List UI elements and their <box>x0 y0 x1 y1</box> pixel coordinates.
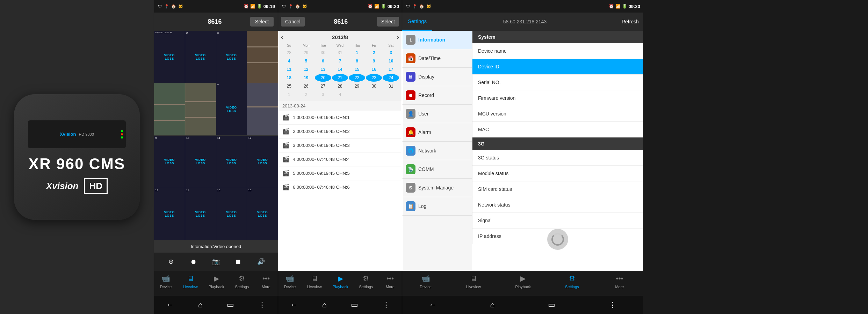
cal-day-jul29[interactable]: 29 <box>298 49 314 57</box>
cal-day-10[interactable]: 10 <box>383 57 399 65</box>
camera-cell-14[interactable]: 14 VIDEOLOSS <box>185 188 216 240</box>
cal-day-7[interactable]: 7 <box>332 57 348 65</box>
camera-cell-12[interactable]: 12 VIDEOLOSS <box>247 136 278 188</box>
menu-item-user[interactable]: 👤 User <box>402 105 472 123</box>
camera-cell-4[interactable]: 4 <box>247 31 278 83</box>
nav-settings-4[interactable]: ⚙ Settings <box>565 274 579 289</box>
nav-liveview-4[interactable]: 🖥 Liveview <box>466 274 481 289</box>
liveview-select-btn[interactable]: Select <box>250 17 274 27</box>
cal-day-16[interactable]: 16 <box>366 66 382 73</box>
cal-day-28[interactable]: 28 <box>332 82 348 90</box>
nav-device-4[interactable]: 📹 Device <box>419 274 432 289</box>
menu-item-comm[interactable]: 📡 COMM <box>402 160 472 179</box>
menu-btn-2[interactable]: ⋮ <box>258 300 266 309</box>
menu-item-datetime[interactable]: 📅 Date/Time <box>402 49 472 68</box>
nav-playback-4[interactable]: ▶ Playback <box>515 274 531 289</box>
nav-more-2[interactable]: ••• More <box>260 274 272 289</box>
cal-day-26[interactable]: 26 <box>298 82 314 90</box>
menu-item-information[interactable]: ℹ Information <box>402 31 472 49</box>
dropdown-serial-no[interactable]: Serial NO. <box>472 75 643 90</box>
nav-playback-3[interactable]: ▶ Playback <box>333 274 348 289</box>
cal-day-12[interactable]: 12 <box>298 66 314 73</box>
home-btn-3[interactable]: ⌂ <box>322 300 326 309</box>
audio-btn[interactable]: 🔊 <box>255 255 267 268</box>
dropdown-sim-card[interactable]: SIM card status <box>472 181 643 197</box>
camera-cell-16[interactable]: 16 VIDEOLOSS <box>247 188 278 240</box>
dropdown-device-id[interactable]: Device ID <box>472 59 643 75</box>
playback-select-btn[interactable]: Select <box>377 17 399 27</box>
menu-item-alarm[interactable]: 🔔 Alarm <box>402 123 472 142</box>
cal-day-sep2[interactable]: 2 <box>298 91 314 98</box>
dropdown-network-status[interactable]: Network status <box>472 197 643 213</box>
camera-cell-8[interactable]: 8 <box>247 83 278 135</box>
ptz-btn[interactable]: ⊕ <box>165 255 177 268</box>
nav-liveview-3[interactable]: 🖥 Liveview <box>307 274 322 289</box>
cal-day-19[interactable]: 19 <box>298 74 314 82</box>
nav-settings-3[interactable]: ⚙ Settings <box>359 274 373 289</box>
rec-item-6[interactable]: 🎬 6 00:00:00- 07:46:48 CHN:6 <box>278 180 402 194</box>
nav-settings-2[interactable]: ⚙ Settings <box>235 274 249 289</box>
dropdown-device-name[interactable]: Device name <box>472 43 643 59</box>
nav-playback-2[interactable]: ▶ Playback <box>209 274 224 289</box>
stop-btn[interactable]: ⏹ <box>232 255 245 268</box>
snapshot-btn[interactable]: 📷 <box>210 255 222 268</box>
cal-day-sep1[interactable]: 1 <box>281 91 297 98</box>
camera-cell-7[interactable]: 7 VIDEOLOSS <box>216 83 247 135</box>
camera-cell-10[interactable]: 10 VIDEOLOSS <box>185 136 216 188</box>
menu-item-log[interactable]: 📋 Log <box>402 197 472 216</box>
cal-day-14[interactable]: 14 <box>332 66 348 73</box>
nav-more-4[interactable]: ••• More <box>613 274 626 289</box>
dropdown-firmware[interactable]: Firmware version <box>472 90 643 106</box>
menu-item-sysmanage[interactable]: ⚙ System Manage <box>402 179 472 197</box>
rec-item-5[interactable]: 🎬 5 00:00:00- 09:19:45 CHN:5 <box>278 166 402 180</box>
camera-cell-5[interactable]: 5 <box>154 83 185 135</box>
cal-day-25[interactable]: 25 <box>281 82 297 90</box>
cal-day-18[interactable]: 18 <box>281 74 297 82</box>
cal-day-6[interactable]: 6 <box>315 57 331 65</box>
camera-cell-15[interactable]: 15 VIDEOLOSS <box>216 188 247 240</box>
camera-cell-2[interactable]: 2 VIDEOLOSS <box>185 31 216 83</box>
back-btn-4[interactable]: ← <box>429 300 436 309</box>
back-btn-3[interactable]: ← <box>290 300 298 309</box>
cal-day-27[interactable]: 27 <box>315 82 331 90</box>
settings-tab[interactable]: Settings <box>402 13 432 31</box>
prev-month-btn[interactable]: ‹ <box>281 33 283 41</box>
home-btn-4[interactable]: ⌂ <box>490 300 494 309</box>
rec-item-4[interactable]: 🎬 4 00:00:00- 07:46:48 CHN:4 <box>278 152 402 166</box>
cal-day-1[interactable]: 1 <box>349 49 365 57</box>
cal-day-21[interactable]: 21 <box>332 74 348 82</box>
cal-day-sep4[interactable]: 4 <box>332 91 348 98</box>
home-btn-2[interactable]: ⌂ <box>198 300 202 309</box>
dropdown-mcu[interactable]: MCU version <box>472 106 643 122</box>
camera-cell-1[interactable]: 8/4/2013 09:13:41 VIDEOLOSS <box>154 31 185 83</box>
cal-day-4[interactable]: 4 <box>281 57 297 65</box>
recents-btn-4[interactable]: ▭ <box>548 300 555 309</box>
dropdown-module-status[interactable]: Module status <box>472 166 643 181</box>
dropdown-signal[interactable]: Signal <box>472 213 643 229</box>
cal-day-2[interactable]: 2 <box>366 49 382 57</box>
rec-item-2[interactable]: 🎬 2 00:00:00- 09:19:45 CHN:2 <box>278 125 402 139</box>
cal-day-sep3[interactable]: 3 <box>315 91 331 98</box>
record-btn[interactable]: ⏺ <box>187 255 200 268</box>
camera-cell-11[interactable]: 11 VIDEOLOSS <box>216 136 247 188</box>
cal-day-5[interactable]: 5 <box>298 57 314 65</box>
recents-btn-3[interactable]: ▭ <box>351 300 358 309</box>
cal-day-30[interactable]: 30 <box>366 82 382 90</box>
cal-day-29[interactable]: 29 <box>349 82 365 90</box>
cal-day-13[interactable]: 13 <box>315 66 331 73</box>
menu-item-record[interactable]: ⏺ Record <box>402 86 472 105</box>
cal-day-jul31[interactable]: 31 <box>332 49 348 57</box>
nav-more-3[interactable]: ••• More <box>384 274 396 289</box>
menu-item-network[interactable]: 🌐 Network <box>402 142 472 160</box>
nav-device-3[interactable]: 📹 Device <box>284 274 296 289</box>
cal-day-20[interactable]: 20 <box>315 74 331 82</box>
menu-item-display[interactable]: 🖥 Display <box>402 68 472 86</box>
menu-btn-3[interactable]: ⋮ <box>382 300 390 309</box>
cal-day-31[interactable]: 31 <box>383 82 399 90</box>
cancel-btn[interactable]: Cancel <box>281 17 305 27</box>
camera-cell-9[interactable]: 9 VIDEOLOSS <box>154 136 185 188</box>
cal-day-11[interactable]: 11 <box>281 66 297 73</box>
cal-day-3[interactable]: 3 <box>383 49 399 57</box>
cal-day-24[interactable]: 24 <box>383 74 399 82</box>
rec-item-1[interactable]: 🎬 1 00:00:00- 09:19:45 CHN:1 <box>278 111 402 125</box>
